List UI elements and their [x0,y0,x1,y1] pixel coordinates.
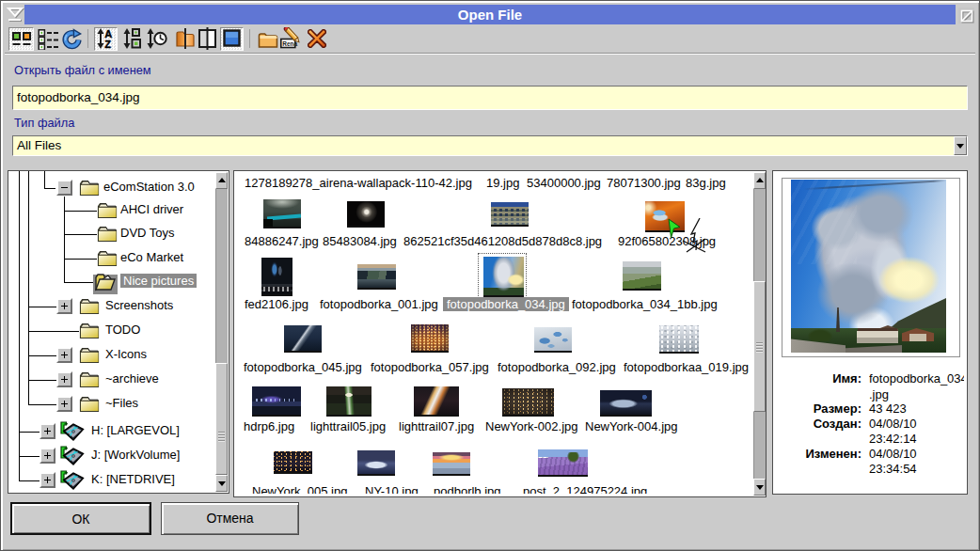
svg-text:Rena: Rena [282,40,297,47]
svg-text:Z: Z [104,39,111,49]
